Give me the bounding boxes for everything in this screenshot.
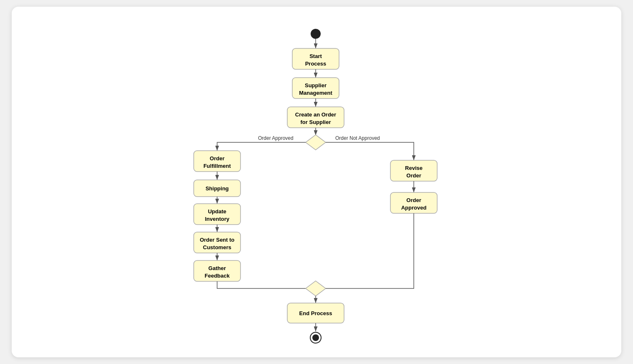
- order-approved-label: Order Approved: [258, 135, 294, 141]
- revise-order-label2: Order: [406, 172, 421, 179]
- shipping-label: Shipping: [205, 185, 229, 192]
- revise-order-label: Revise: [405, 165, 423, 171]
- order-not-approved-label: Order Not Approved: [335, 135, 380, 141]
- gather-feedback-label: Gather: [208, 265, 226, 271]
- end-process-label: End Process: [299, 310, 332, 316]
- decision2-diamond: [306, 281, 326, 296]
- diagram-container: Start Process Supplier Management Create…: [12, 7, 621, 357]
- order-sent-label: Order Sent to: [200, 237, 234, 243]
- end-inner-dot: [312, 334, 319, 341]
- supplier-mgmt-label: Supplier: [305, 82, 327, 88]
- supplier-mgmt-label2: Management: [299, 90, 332, 96]
- order-sent-label2: Customers: [203, 244, 231, 250]
- gather-feedback-label2: Feedback: [205, 273, 230, 279]
- update-inventory-label: Update: [208, 208, 226, 215]
- order-approved-right-label: Order: [406, 197, 421, 203]
- order-fulfillment-label2: Fulfillment: [203, 163, 231, 169]
- start-process-label: Start: [309, 53, 322, 59]
- create-order-label2: for Supplier: [301, 119, 331, 125]
- order-fulfillment-label: Order: [210, 155, 224, 162]
- create-order-label: Create an Order: [295, 111, 336, 118]
- start-process-label2: Process: [305, 61, 327, 67]
- update-inventory-label2: Inventory: [205, 216, 230, 222]
- order-approved-right-label2: Approved: [401, 205, 427, 211]
- decision1-diamond: [306, 135, 326, 150]
- start-dot: [311, 29, 321, 39]
